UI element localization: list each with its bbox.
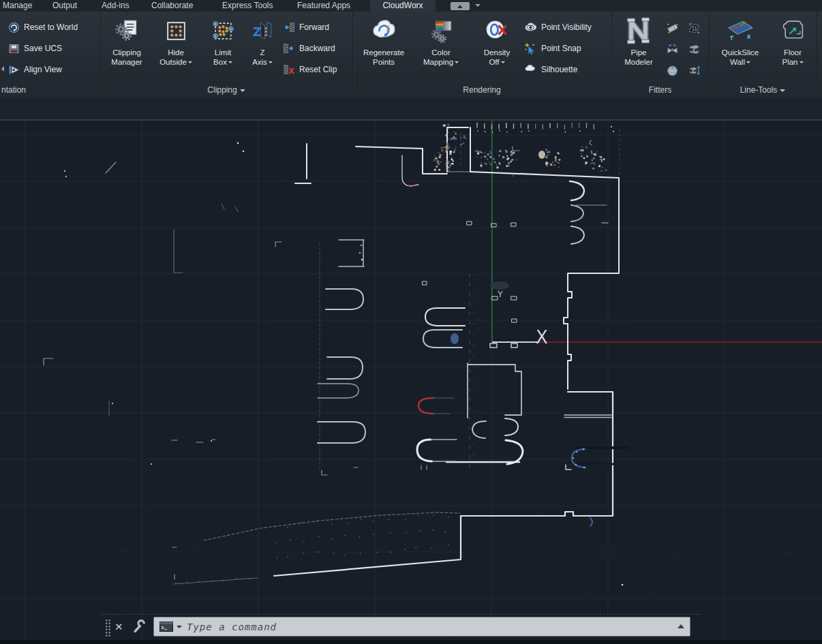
panel-label-fitters[interactable]: Fitters [613, 85, 707, 95]
point-visibility-icon [524, 21, 537, 34]
hide-outside-button[interactable]: Hide Outside [154, 13, 198, 82]
button-label: Color [431, 48, 450, 58]
button-label: Manager [111, 58, 142, 67]
reset-clip-icon [283, 63, 295, 76]
dropdown-arrow-icon [269, 61, 273, 65]
regenerate-points-icon [370, 17, 397, 44]
regenerate-points-button[interactable]: Regenerate Points [359, 13, 408, 82]
save-ucs-button[interactable]: Save UCS [8, 40, 62, 57]
floor-plan-icon [781, 19, 805, 43]
forward-icon [283, 21, 295, 33]
tab-output[interactable]: Output [52, 0, 77, 12]
ucs-y-axis-label: Y [497, 289, 503, 299]
align-view-button[interactable]: Align View [8, 61, 62, 78]
ribbon: Reset to World Save UCS Align View ntati… [0, 12, 822, 98]
dropdown-arrow-icon [501, 61, 505, 65]
floor-plan-button[interactable]: Floor Plan [772, 13, 813, 82]
panel-clipping: Clipping Manager Hide Outside Limit Box … [102, 12, 351, 97]
panel-flyout-arrow-icon [780, 89, 785, 95]
ribbon-tab-bar: Manage Output Add-ins Collaborate Expres… [0, 0, 822, 12]
button-label: Off [489, 58, 504, 67]
button-label: Box [213, 58, 232, 67]
backward-button[interactable]: Backward [283, 40, 335, 57]
button-label: Mapping [423, 58, 459, 67]
point-snap-icon [524, 42, 537, 55]
button-label: Z [260, 48, 264, 58]
button-label: Limit [215, 48, 231, 58]
collapse-arrow-icon [457, 2, 463, 8]
ribbon-options-arrow-icon[interactable] [475, 4, 481, 10]
color-mapping-icon [429, 19, 453, 43]
density-off-button[interactable]: Density Off [476, 13, 517, 82]
patch-fitter-button[interactable] [688, 19, 701, 37]
silhouette-button[interactable]: Silhouette [524, 61, 577, 78]
save-ucs-icon [8, 43, 20, 55]
clipping-manager-button[interactable]: Clipping Manager [104, 13, 149, 82]
button-label: Point Snap [541, 44, 581, 53]
quickslice-wall-icon [726, 19, 755, 42]
reset-to-world-icon [8, 22, 20, 33]
tab-add-ins[interactable]: Add-ins [102, 0, 130, 12]
sphere-fitter-icon [666, 64, 679, 77]
panel-rendering: Regenerate Points Color Mapping Density … [354, 12, 610, 97]
command-close-button[interactable]: ✕ [115, 618, 123, 636]
panel-label-rendering[interactable]: Rendering [354, 85, 610, 95]
z-axis-icon [252, 20, 274, 42]
forward-button[interactable]: Forward [283, 18, 329, 36]
viewport-background [0, 121, 822, 644]
button-label: Silhouette [541, 65, 577, 74]
dropdown-arrow-icon [188, 61, 192, 65]
panel-label-line-tools[interactable]: Line-Tools [710, 85, 815, 95]
color-mapping-button[interactable]: Color Mapping [418, 13, 463, 82]
tab-featured-apps[interactable]: Featured Apps [297, 0, 350, 12]
status-strip [0, 640, 822, 644]
panel-label-clipping[interactable]: Clipping [102, 85, 351, 95]
viewport-top-gap [0, 97, 822, 121]
ribbon-collapse-button[interactable] [451, 2, 470, 10]
button-label: Plan [782, 58, 803, 67]
panel-line-tools: QuickSlice Wall Floor Plan Line-Tools [710, 12, 815, 97]
panel-separator [817, 13, 818, 95]
z-axis-button[interactable]: Z Axis [243, 13, 281, 82]
dropdown-arrow-icon [228, 61, 232, 65]
valve-fitter-button[interactable] [666, 40, 679, 58]
button-label: Density [484, 48, 510, 58]
tab-express-tools[interactable]: Express Tools [222, 0, 273, 12]
beam-arrow-fitter-button[interactable] [688, 61, 701, 79]
pipe-modeler-button[interactable]: Pipe Modeler [617, 13, 660, 82]
tab-manage[interactable]: Manage [3, 0, 32, 12]
autocad-window: Manage Output Add-ins Collaborate Expres… [0, 0, 822, 644]
command-history-up-icon[interactable] [678, 621, 684, 628]
cylinder-fitter-button[interactable] [666, 19, 679, 37]
sphere-fitter-button[interactable] [666, 61, 679, 79]
limit-box-button[interactable]: Limit Box [202, 13, 244, 82]
button-label: Regenerate [363, 48, 404, 58]
tab-cloudworx[interactable]: CloudWorx [370, 0, 436, 12]
point-snap-button[interactable]: Point Snap [524, 40, 581, 57]
command-bar[interactable] [153, 617, 690, 637]
command-drag-handle[interactable] [105, 619, 111, 637]
command-input[interactable] [185, 621, 674, 633]
wrench-icon[interactable] [132, 619, 147, 633]
panel-flyout-arrow-icon [240, 89, 245, 95]
reset-to-world-button[interactable]: Reset to World [8, 18, 78, 36]
point-visibility-button[interactable]: Point Visibility [524, 18, 592, 36]
terminal-prompt-icon[interactable] [159, 622, 173, 632]
viewport-canvas[interactable]: X Y [0, 97, 822, 644]
hide-outside-icon [165, 20, 187, 42]
tab-collaborate[interactable]: Collaborate [151, 0, 193, 12]
backward-icon [283, 42, 295, 55]
steel-fitter-button[interactable] [688, 40, 701, 58]
button-label: Hide [168, 48, 184, 58]
dock-border [101, 614, 701, 615]
recent-commands-arrow-icon[interactable] [177, 626, 182, 631]
ucs-x-axis-label: X [536, 327, 548, 348]
button-label: Reset to World [24, 22, 78, 32]
reset-clip-button[interactable]: Reset Clip [283, 61, 337, 78]
quickslice-wall-button[interactable]: QuickSlice Wall [717, 13, 763, 82]
button-label: Wall [730, 58, 750, 67]
button-label: Modeler [624, 58, 653, 67]
pipe-modeler-icon [623, 15, 654, 46]
button-label: Pipe [630, 48, 646, 58]
cylinder-fitter-icon [666, 22, 679, 35]
